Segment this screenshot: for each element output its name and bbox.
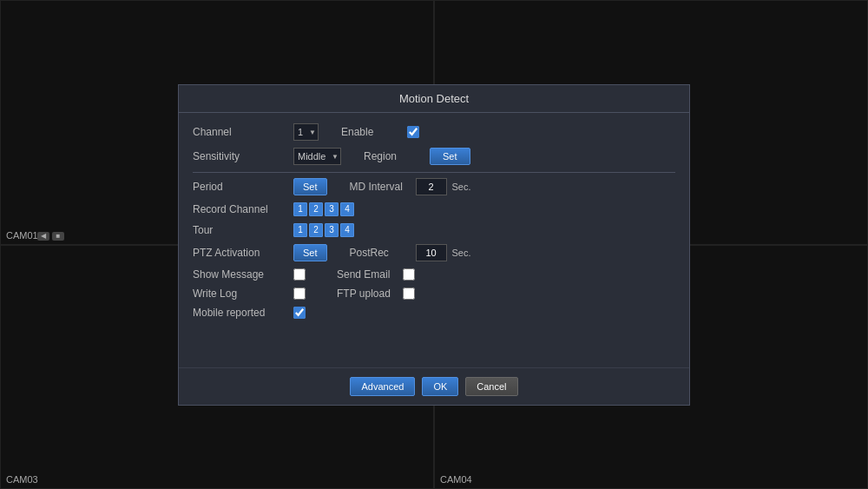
dialog-footer: Advanced OK Cancel <box>179 367 689 405</box>
show-message-row: Show Message Send Email <box>193 268 675 281</box>
sensitivity-row: Sensitivity Low Middle High Region Set <box>193 148 675 165</box>
channel-label: Channel <box>193 126 288 138</box>
period-set-button[interactable]: Set <box>293 178 327 195</box>
record-ch-3[interactable]: 3 <box>325 202 339 216</box>
record-ch-2[interactable]: 2 <box>309 202 323 216</box>
period-row: Period Set MD Interval Sec. <box>193 178 675 195</box>
write-log-row: Write Log FTP upload <box>193 287 675 300</box>
postrec-label: PostRec <box>350 247 411 259</box>
postrec-input[interactable] <box>416 244 447 261</box>
tour-ch-3[interactable]: 3 <box>325 223 339 237</box>
mobile-reported-label: Mobile reported <box>193 307 288 319</box>
postrec-sec: Sec. <box>452 248 471 258</box>
tour-row: Tour 1 2 3 4 <box>193 223 675 237</box>
md-interval-input[interactable] <box>416 178 447 195</box>
sensitivity-select[interactable]: Low Middle High <box>293 148 341 165</box>
divider-1 <box>193 172 675 173</box>
record-ch-4[interactable]: 4 <box>340 202 354 216</box>
tour-ch-2[interactable]: 2 <box>309 223 323 237</box>
region-label: Region <box>364 150 424 162</box>
show-message-label: Show Message <box>193 268 288 281</box>
ptz-set-button[interactable]: Set <box>293 244 327 261</box>
write-log-label: Write Log <box>193 287 288 300</box>
dialog-overlay: Motion Detect Channel 1 2 3 4 Enable <box>0 0 868 489</box>
channel-select[interactable]: 1 2 3 4 <box>293 123 319 141</box>
write-log-checkbox[interactable] <box>293 287 306 300</box>
sensitivity-select-wrapper[interactable]: Low Middle High <box>293 148 341 165</box>
channel-row: Channel 1 2 3 4 Enable <box>193 123 675 141</box>
record-channel-row: Record Channel 1 2 3 4 <box>193 202 675 216</box>
md-interval-label: MD Interval <box>350 181 411 193</box>
sensitivity-label: Sensitivity <box>193 150 288 162</box>
mobile-reported-row: Mobile reported <box>193 307 675 319</box>
tour-channel-boxes: 1 2 3 4 <box>293 223 354 237</box>
motion-detect-dialog: Motion Detect Channel 1 2 3 4 Enable <box>178 84 690 406</box>
cancel-button[interactable]: Cancel <box>465 377 517 396</box>
ftp-upload-checkbox[interactable] <box>403 287 415 300</box>
tour-ch-4[interactable]: 4 <box>340 223 354 237</box>
ptz-row: PTZ Activation Set PostRec Sec. <box>193 244 675 261</box>
ptz-activation-label: PTZ Activation <box>193 247 288 259</box>
channel-select-wrapper[interactable]: 1 2 3 4 <box>293 123 319 141</box>
enable-label: Enable <box>341 126 402 138</box>
show-message-checkbox[interactable] <box>293 268 306 281</box>
record-channel-boxes: 1 2 3 4 <box>293 202 354 216</box>
md-interval-sec: Sec. <box>452 182 471 192</box>
send-email-checkbox[interactable] <box>403 268 415 281</box>
advanced-button[interactable]: Advanced <box>350 377 415 396</box>
region-set-button[interactable]: Set <box>430 148 470 165</box>
period-label: Period <box>193 181 288 193</box>
dialog-body: Channel 1 2 3 4 Enable Sensitivity <box>179 113 689 367</box>
send-email-label: Send Email <box>337 268 398 281</box>
ftp-upload-label: FTP upload <box>337 287 398 300</box>
mobile-reported-checkbox[interactable] <box>293 307 306 319</box>
enable-checkbox[interactable] <box>407 126 419 138</box>
tour-ch-1[interactable]: 1 <box>293 223 307 237</box>
dialog-title: Motion Detect <box>179 85 689 113</box>
ok-button[interactable]: OK <box>422 377 458 396</box>
tour-label: Tour <box>193 224 288 236</box>
record-ch-1[interactable]: 1 <box>293 202 307 216</box>
record-channel-label: Record Channel <box>193 203 288 215</box>
